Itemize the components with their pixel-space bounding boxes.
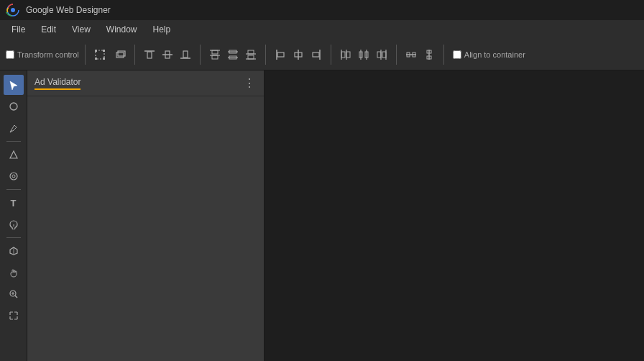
distribute-bottom-icon[interactable]	[242, 46, 259, 63]
menu-edit[interactable]: Edit	[34, 22, 63, 37]
distribute-group-h	[337, 46, 390, 63]
transform-control-text: Transform control	[17, 50, 79, 59]
selection-box-icon[interactable]	[91, 46, 109, 63]
svg-rect-34	[341, 52, 345, 58]
svg-point-0	[11, 8, 15, 12]
hand-tool[interactable]	[4, 262, 24, 283]
svg-rect-4	[95, 58, 97, 60]
align-left-icon[interactable]	[272, 46, 289, 63]
tool-separator-1	[6, 141, 21, 142]
align-middle-v-icon[interactable]	[159, 46, 176, 63]
panel-content	[27, 96, 264, 361]
canvas-area[interactable]	[264, 70, 644, 361]
align-row-icon[interactable]	[402, 46, 420, 63]
align-right-icon[interactable]	[308, 46, 325, 63]
zoom-tool[interactable]	[4, 284, 24, 304]
distribute-left-h-icon[interactable]	[337, 46, 354, 63]
menu-bar: File Edit View Window Help	[0, 20, 644, 39]
align-to-container-label[interactable]: Align to container	[453, 50, 525, 59]
distribute-top-icon[interactable]	[206, 46, 224, 63]
distribute-right-h-icon[interactable]	[373, 46, 390, 63]
svg-rect-16	[212, 50, 218, 54]
align-group-vertical	[141, 46, 194, 63]
svg-point-52	[10, 173, 17, 180]
toolbar-separator-3	[200, 45, 201, 65]
fullscreen-tool[interactable]	[4, 306, 24, 326]
app-title: Google Web Designer	[26, 5, 111, 15]
svg-rect-27	[277, 52, 284, 57]
align-group-horizontal	[272, 46, 325, 63]
text-tool[interactable]: T	[4, 193, 24, 213]
svg-line-56	[15, 296, 17, 298]
svg-rect-9	[147, 52, 152, 58]
pen-tool[interactable]	[4, 118, 24, 138]
align-to-container-checkbox[interactable]	[453, 50, 461, 59]
panel-menu-button[interactable]: ⋮	[242, 76, 257, 91]
toolbar-separator-7	[443, 45, 444, 65]
transform-control-checkbox[interactable]	[6, 50, 14, 59]
distribute-center-h-icon[interactable]	[355, 46, 372, 63]
svg-rect-24	[248, 50, 254, 54]
main-layout: T	[0, 70, 644, 361]
distribute-middle-v-icon[interactable]	[224, 46, 242, 63]
svg-rect-3	[103, 50, 105, 52]
text-icon: T	[11, 198, 17, 209]
tools-sidebar: T	[0, 70, 27, 361]
svg-rect-17	[212, 55, 218, 59]
align-bottom-icon[interactable]	[177, 46, 194, 63]
panel-area: Ad Validator ⋮	[27, 70, 264, 361]
align-col-icon[interactable]	[420, 46, 438, 63]
svg-rect-25	[248, 55, 254, 59]
svg-rect-35	[346, 52, 350, 58]
tool-separator-2	[6, 189, 21, 190]
svg-rect-13	[183, 51, 188, 58]
transform-control-label[interactable]: Transform control	[6, 50, 79, 59]
panel-title: Ad Validator	[34, 77, 80, 90]
menu-file[interactable]: File	[4, 22, 32, 37]
svg-rect-2	[95, 50, 97, 52]
align-top-icon[interactable]	[141, 46, 158, 63]
svg-point-53	[12, 175, 15, 178]
svg-rect-5	[103, 58, 105, 60]
align-row-col-group	[402, 46, 438, 63]
align-to-container-text: Align to container	[464, 50, 525, 59]
shape-tool[interactable]	[4, 96, 24, 116]
3d-tool[interactable]	[4, 241, 24, 261]
toolbar-separator-6	[396, 45, 397, 65]
layer-stack-icon[interactable]	[111, 46, 129, 63]
toolbar-separator-4	[265, 45, 266, 65]
toolbar: Transform control	[0, 39, 644, 70]
menu-view[interactable]: View	[65, 22, 98, 37]
paint-tool[interactable]	[4, 214, 24, 234]
align-center-h-icon[interactable]	[290, 46, 307, 63]
svg-rect-43	[382, 52, 386, 58]
svg-rect-31	[313, 52, 319, 57]
select-tool[interactable]	[4, 75, 24, 95]
svg-marker-51	[10, 151, 17, 158]
toolbar-separator-5	[331, 45, 331, 65]
menu-help[interactable]: Help	[146, 22, 178, 37]
menu-window[interactable]: Window	[99, 22, 144, 37]
event-tool[interactable]	[4, 166, 24, 186]
app-logo	[6, 3, 20, 17]
title-bar: Google Web Designer	[0, 0, 644, 20]
svg-point-50	[10, 103, 17, 110]
tool-separator-3	[6, 237, 21, 238]
art-tool[interactable]	[4, 145, 24, 165]
distribute-group-v	[206, 46, 259, 63]
toolbar-separator-2	[134, 45, 135, 65]
toolbar-separator-1	[85, 45, 86, 65]
panel-header: Ad Validator ⋮	[27, 70, 264, 96]
svg-rect-42	[377, 52, 381, 58]
